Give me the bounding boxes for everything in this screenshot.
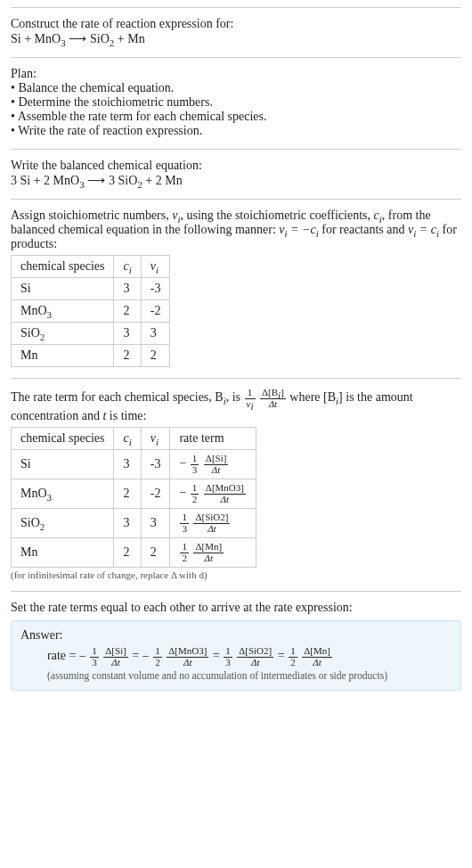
fn: 1 [90,646,99,657]
rt-f1d-sub: i [250,401,253,412]
dn: Δ[Si] [103,646,128,657]
cell-c: 3 [114,450,141,479]
cell-rateterm: 12 Δ[Mn]Δt [170,538,256,568]
th-nu-sub: i [156,265,159,275]
cell-nu: 3 [141,323,170,345]
rt-coef: 12 [191,483,199,504]
cell-nu: -2 [141,300,170,323]
rt-frac1: 1 νi [245,388,256,409]
cell-c: 2 [114,300,141,323]
cell-nu: -3 [141,450,170,479]
table-row: SiO2 3 3 13 Δ[SiO2]Δt [12,509,256,538]
fd: 3 [90,657,99,668]
cell-species: MnO3 [12,300,114,323]
plan-item-3: • Write the rate of reaction expression. [11,124,461,138]
sp-a: Si [20,457,31,471]
answer-label: Answer: [20,628,452,643]
cell-species: SiO2 [12,323,114,345]
rt-coef: 13 [191,454,199,475]
rate-term-0: − 13 Δ[Si]Δt [79,650,132,663]
rt-frac2: Δ[Bi] Δt [260,388,286,409]
eq-arrow: ⟶ [69,31,90,45]
th-rateterm: rate term [170,428,256,450]
sp-sub: 2 [40,521,45,532]
dd: Δt [204,494,246,505]
th-species: chemical species [12,256,114,278]
prompt-equation: Si + MnO3 ⟶ SiO2 + Mn [11,31,461,46]
balanced-equation: 3 Si + 2 MnO3 ⟶ 3 SiO2 + 2 Mn [11,173,461,188]
cell-nu: -3 [141,278,170,300]
table-row: MnO3 2 -2 [12,300,170,323]
rt-b: , is [226,390,244,404]
eq-rhs1: SiO [90,32,110,45]
rt-frac2-den: Δt [260,398,286,410]
cell-species: SiO2 [12,509,114,538]
fn: 1 [180,512,189,523]
coef: 13 [90,646,99,667]
th-c: ci [114,256,141,278]
table-row: MnO3 2 -2 − 12 Δ[MnO3]Δt [12,479,256,509]
dd: Δt [302,657,332,668]
rt-frac2-num: Δ[Bi] [260,388,286,398]
th-nu: νi [141,428,170,450]
th-species: chemical species [12,428,114,450]
eq-1: = [132,650,142,663]
rel-prod-b: = c [416,223,436,236]
rt-frac1-den: νi [245,398,256,410]
fn: 1 [191,454,199,464]
cell-c: 2 [114,538,141,568]
th-nu: νi [141,256,170,278]
fn: 1 [289,646,297,657]
cell-nu: 2 [141,538,170,568]
table-header-row: chemical species ci νi [12,256,170,278]
rt-delta: Δ[SiO2]Δt [193,512,230,534]
dn: Δ[SiO2] [237,646,273,657]
rate-prefix: rate = [47,650,79,663]
sp-a: MnO [20,487,47,500]
cell-species: Mn [12,538,114,568]
coef: 12 [289,646,297,667]
dn: Δ[Mn] [193,542,224,553]
plan-item-2: • Assemble the rate term for each chemic… [11,110,461,124]
cell-c: 3 [114,323,141,345]
table-header-row: chemical species ci νi rate term [12,428,256,450]
rt-delta: Δ[Mn]Δt [193,542,224,563]
bal-pre: 3 Si + 2 MnO [11,174,79,187]
dd: Δt [103,657,128,668]
bal-mid: 3 SiO [109,174,137,187]
cell-rateterm: 13 Δ[SiO2]Δt [170,509,256,538]
rt-coef: 13 [180,512,189,534]
dn: Δ[MnO3] [167,646,208,657]
balanced-section: Write the balanced chemical equation: 3 … [11,149,461,199]
rateterm-table: chemical species ci νi rate term Si 3 -3… [11,427,256,568]
cell-species: Mn [12,345,114,367]
th-c: ci [114,428,141,450]
sp-a: SiO [20,516,40,529]
final-header: Set the rate terms equal to each other t… [11,601,461,615]
rt-sign: − [179,456,186,470]
plan-header: Plan: [11,67,461,81]
prompt-section: Construct the rate of reaction expressio… [11,7,461,57]
delta: Δ[Mn]Δt [302,646,332,667]
sign: − [79,650,86,663]
rt-delta: Δ[Si]Δt [204,454,229,475]
eq-2: = [213,650,223,663]
eq-sub1: 3 [61,37,66,48]
rel-react-b: = −c [288,223,316,236]
sp-sub: 2 [40,332,45,342]
cell-species: MnO3 [12,479,114,509]
eq-rhs2: + Mn [114,32,144,45]
cell-c: 2 [114,345,141,367]
table-row: Si 3 -3 − 13 Δ[Si]Δt [12,450,256,479]
cell-rateterm: − 13 Δ[Si]Δt [170,450,256,479]
stoich-intro-d: for reactants and [319,223,408,236]
cell-c: 3 [114,509,141,538]
balanced-header: Write the balanced chemical equation: [11,159,461,173]
prompt-line1: Construct the rate of reaction expressio… [11,17,461,31]
cell-nu: 3 [141,509,170,538]
bal-post: + 2 Mn [142,174,183,187]
fd: 3 [191,464,199,476]
cell-c: 2 [114,479,141,509]
th-c-sub2: i [129,437,132,447]
fd: 2 [289,657,297,668]
